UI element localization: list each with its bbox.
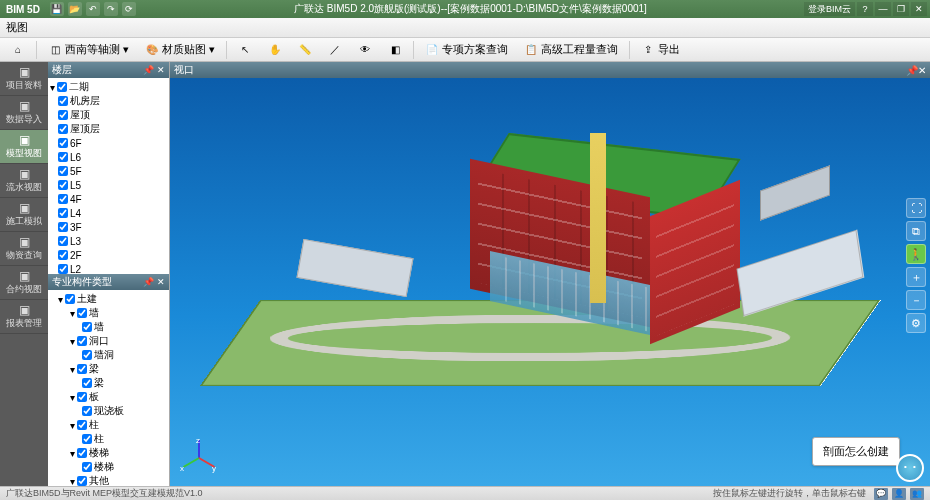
- tree-item[interactable]: 2F: [50, 248, 167, 262]
- close-icon[interactable]: ✕: [911, 2, 927, 16]
- window-buttons: 登录BIM云 ? — ❐ ✕: [801, 2, 930, 16]
- undo-icon[interactable]: ↶: [86, 2, 100, 16]
- tree-item[interactable]: 6F: [50, 136, 167, 150]
- nav-item[interactable]: ▣合约视图: [0, 266, 48, 300]
- floor-tree[interactable]: ▾ 二期 机房层 屋顶 屋顶层 6F L6 5F L5 4F L4 3F L3 …: [48, 78, 169, 274]
- crane: [590, 133, 606, 303]
- tree-item[interactable]: ▾ 楼梯: [50, 446, 167, 460]
- user-icon[interactable]: 👤: [892, 488, 906, 500]
- list-icon: 📋: [524, 43, 538, 57]
- tool-section[interactable]: ◧: [381, 40, 409, 60]
- hand-icon: ✋: [268, 43, 282, 57]
- chat-icon[interactable]: 💬: [874, 488, 888, 500]
- refresh-icon[interactable]: ⟳: [122, 2, 136, 16]
- component-tree[interactable]: ▾ 土建▾ 墙 墙▾ 洞口 墙洞▾ 梁 梁▾ 板 现浇板▾ 柱 柱▾ 楼梯 楼梯…: [48, 290, 169, 486]
- gear-icon[interactable]: ⚙: [906, 313, 926, 333]
- tree-item[interactable]: 梁: [50, 376, 167, 390]
- redo-icon[interactable]: ↷: [104, 2, 118, 16]
- tree-item[interactable]: ▾ 板: [50, 390, 167, 404]
- login-button[interactable]: 登录BIM云: [804, 2, 855, 16]
- quantity-query-button[interactable]: 📋高级工程量查询: [517, 40, 625, 60]
- aux-building-back: [760, 165, 830, 220]
- home-button[interactable]: ⌂: [4, 40, 32, 60]
- copy-icon[interactable]: ⧉: [906, 221, 926, 241]
- texture-dropdown[interactable]: 🎨材质贴图▾: [138, 40, 222, 60]
- nav-item[interactable]: ▣项目资料: [0, 62, 48, 96]
- maximize-icon[interactable]: ❐: [893, 2, 909, 16]
- fullscreen-icon[interactable]: ⛶: [906, 198, 926, 218]
- tool-measure[interactable]: 📏: [291, 40, 319, 60]
- 3d-scene[interactable]: z y x ⛶ ⧉ 🚶 ＋ － ⚙ 剖面怎么创建: [170, 78, 930, 486]
- chevron-down-icon: ▾: [123, 43, 129, 56]
- users-icon[interactable]: 👥: [910, 488, 924, 500]
- close-panel-icon[interactable]: ✕: [157, 65, 165, 75]
- tree-item[interactable]: 屋顶: [50, 108, 167, 122]
- title-bar: BIM 5D 💾 📂 ↶ ↷ ⟳ 广联达 BIM5D 2.0旗舰版(测试版)--…: [0, 0, 930, 18]
- tool-eye[interactable]: 👁: [351, 40, 379, 60]
- tree-item[interactable]: 4F: [50, 192, 167, 206]
- plan-query-button[interactable]: 📄专项方案查询: [418, 40, 515, 60]
- tree-item[interactable]: ▾ 墙: [50, 306, 167, 320]
- export-button[interactable]: ⇪导出: [634, 40, 687, 60]
- close-panel-icon[interactable]: ✕: [157, 277, 165, 287]
- window-title: 广联达 BIM5D 2.0旗舰版(测试版)--[案例数据0001-D:\BIM5…: [140, 2, 801, 16]
- tree-item[interactable]: ▾ 梁: [50, 362, 167, 376]
- nav-item[interactable]: ▣施工模拟: [0, 198, 48, 232]
- assistant-avatar[interactable]: [896, 454, 924, 482]
- left-nav: ▣项目资料▣数据导入▣模型视图▣流水视图▣施工模拟▣物资查询▣合约视图▣报表管理: [0, 62, 48, 486]
- chevron-down-icon: ▾: [209, 43, 215, 56]
- tree-item[interactable]: ▾ 其他: [50, 474, 167, 486]
- tree-item[interactable]: ▾ 土建: [50, 292, 167, 306]
- help-icon[interactable]: ?: [857, 2, 873, 16]
- tree-item[interactable]: L4: [50, 206, 167, 220]
- pin-icon[interactable]: 📌: [143, 65, 154, 75]
- nav-item[interactable]: ▣物资查询: [0, 232, 48, 266]
- axis-dropdown[interactable]: ◫西南等轴测▾: [41, 40, 136, 60]
- tree-item[interactable]: 楼梯: [50, 460, 167, 474]
- tree-item[interactable]: L5: [50, 178, 167, 192]
- tool-select[interactable]: ↖: [231, 40, 259, 60]
- tree-item[interactable]: L3: [50, 234, 167, 248]
- app-logo: BIM 5D: [0, 4, 46, 15]
- nav-item[interactable]: ▣数据导入: [0, 96, 48, 130]
- pin-icon[interactable]: 📌: [143, 277, 154, 287]
- close-panel-icon[interactable]: ✕: [918, 65, 926, 76]
- pointer-icon: ↖: [238, 43, 252, 57]
- tree-item[interactable]: L6: [50, 150, 167, 164]
- panel-header-floors: 楼层 📌✕: [48, 62, 169, 78]
- tree-item[interactable]: 柱: [50, 432, 167, 446]
- zoom-out-icon[interactable]: －: [906, 290, 926, 310]
- open-icon[interactable]: 📂: [68, 2, 82, 16]
- tree-item[interactable]: 5F: [50, 164, 167, 178]
- eye-icon: 👁: [358, 43, 372, 57]
- tree-item[interactable]: ▾ 洞口: [50, 334, 167, 348]
- nav-item[interactable]: ▣流水视图: [0, 164, 48, 198]
- tree-item[interactable]: ▾ 二期: [50, 80, 167, 94]
- minimize-icon[interactable]: —: [875, 2, 891, 16]
- nav-item[interactable]: ▣报表管理: [0, 300, 48, 334]
- tree-item[interactable]: 现浇板: [50, 404, 167, 418]
- tree-item[interactable]: 屋顶层: [50, 122, 167, 136]
- viewport: 视口 📌✕ z y x: [170, 62, 930, 486]
- tree-item[interactable]: ▾ 柱: [50, 418, 167, 432]
- nav-item[interactable]: ▣模型视图: [0, 130, 48, 164]
- status-right: 按住鼠标左键进行旋转，单击鼠标右键: [713, 487, 866, 500]
- tree-item[interactable]: 墙: [50, 320, 167, 334]
- palette-icon: 🎨: [145, 43, 159, 57]
- status-bar: 广联达BIM5D与Revit MEP模型交互建模规范V1.0 按住鼠标左键进行旋…: [0, 486, 930, 500]
- tree-item[interactable]: 墙洞: [50, 348, 167, 362]
- walk-icon[interactable]: 🚶: [906, 244, 926, 264]
- tree-item[interactable]: 3F: [50, 220, 167, 234]
- tree-item[interactable]: 机房层: [50, 94, 167, 108]
- zoom-in-icon[interactable]: ＋: [906, 267, 926, 287]
- menu-view[interactable]: 视图: [6, 20, 28, 35]
- pin-icon[interactable]: 📌: [906, 65, 918, 76]
- aux-building-left: [296, 239, 413, 297]
- tool-line[interactable]: ／: [321, 40, 349, 60]
- save-icon[interactable]: 💾: [50, 2, 64, 16]
- tool-pan[interactable]: ✋: [261, 40, 289, 60]
- tree-item[interactable]: L2: [50, 262, 167, 274]
- export-icon: ⇪: [641, 43, 655, 57]
- axis-y: [183, 457, 200, 468]
- doc-icon: 📄: [425, 43, 439, 57]
